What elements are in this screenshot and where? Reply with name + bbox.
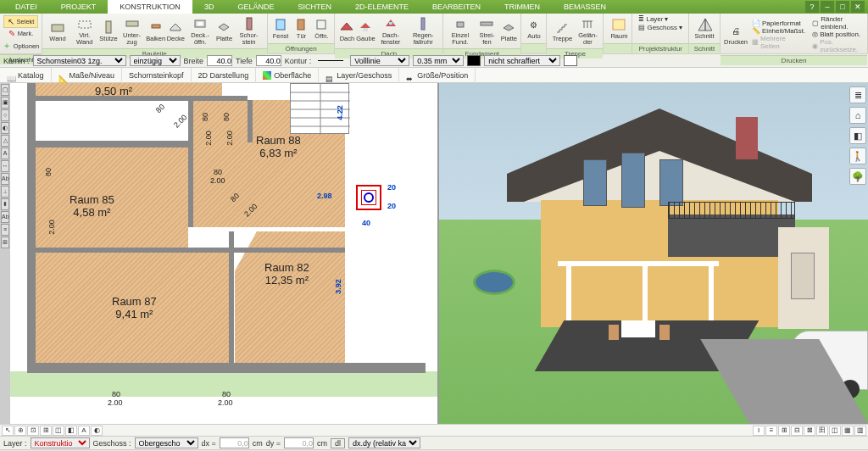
close-button[interactable]: ✕ — [851, 1, 865, 13]
mehrere-button[interactable]: ▦Mehrere Seiten — [749, 35, 808, 50]
mini-btn-2[interactable]: ⊕ — [14, 426, 26, 436]
maximize-button[interactable]: □ — [836, 1, 849, 13]
streifen-button[interactable]: Strei-fen — [475, 15, 498, 47]
geschoss-dropdown[interactable]: ▤Geschoss ▾ — [636, 24, 685, 31]
menu-bearbeiten[interactable]: BEARBEITEN — [420, 0, 492, 14]
strip-btn-1[interactable]: ▢ — [1, 84, 9, 96]
strip-btn-9[interactable]: ⟂ — [1, 186, 9, 198]
mini-btn-r7[interactable]: ◫ — [829, 426, 841, 436]
dl-button[interactable]: dl — [331, 438, 345, 448]
tuer-button[interactable]: Tür — [292, 16, 310, 41]
dx-input[interactable] — [220, 437, 249, 448]
katalog-button[interactable]: 📖Katalog — [0, 68, 52, 83]
plan-view[interactable]: 9,50 m² Raum 886,83 m² Raum 854,58 m² Ra… — [10, 83, 437, 424]
strip-btn-3[interactable]: ○ — [1, 109, 9, 121]
strip-btn-13[interactable]: ⊞ — [1, 237, 9, 248]
dy-input[interactable] — [284, 437, 314, 448]
decke-button[interactable]: Decke — [167, 19, 185, 43]
mini-btn-3[interactable]: ⊡ — [27, 426, 39, 436]
raender-button[interactable]: ▢Ränder einblend. — [810, 15, 864, 31]
dxdy-select[interactable]: dx.dy (relativ ka — [348, 437, 420, 448]
hatch-select[interactable]: nicht schraffiert — [484, 55, 560, 66]
mini-btn-r9[interactable]: ▥ — [854, 426, 866, 436]
wand-button[interactable]: Wand — [46, 19, 70, 43]
unterzug-button[interactable]: Unter-zug — [119, 15, 144, 47]
mini-btn-5[interactable]: ◫ — [53, 426, 64, 436]
regenrohr-button[interactable]: Regen-fallrohr — [407, 15, 439, 47]
select-button[interactable]: ↖Selekt — [3, 15, 38, 28]
strip-btn-11[interactable]: Ab — [1, 211, 9, 223]
strip-btn-12[interactable]: ≡ — [1, 224, 9, 236]
hatch-swatch[interactable] — [564, 55, 577, 66]
strip-btn-8[interactable]: Ab — [1, 173, 9, 185]
strip-btn-4[interactable]: ◐ — [1, 122, 9, 134]
menu-konstruktion[interactable]: KONSTRUKTION — [108, 0, 192, 14]
mark-button[interactable]: ✎Mark. — [3, 28, 38, 39]
mini-btn-7[interactable]: A — [78, 426, 90, 436]
raum-button[interactable]: Raum — [607, 16, 631, 41]
kamin-select[interactable]: Schornstein03 1zg. — [33, 55, 126, 66]
mini-btn-r5[interactable]: ⊠ — [804, 426, 815, 436]
breite-input[interactable] — [207, 55, 232, 66]
virtwand-button[interactable]: Virt. Wand — [71, 15, 98, 47]
deckoeffn-button[interactable]: Deck.-öffn. — [186, 15, 214, 47]
view-tree-button[interactable]: 🌳 — [849, 168, 866, 185]
mini-btn-r8[interactable]: ▦ — [842, 426, 854, 436]
layergeschoss-button[interactable]: ▤Layer/Geschoss — [319, 68, 399, 83]
mini-btn-r6[interactable]: 田 — [816, 426, 828, 436]
oeffnung-button[interactable]: Öffn. — [312, 16, 331, 41]
einheit-button[interactable]: 📏Einheit/Maßst. — [749, 27, 808, 35]
tiefe-input[interactable] — [256, 55, 281, 66]
dachfenster-button[interactable]: Dach-fenster — [376, 15, 406, 47]
mini-btn-r3[interactable]: ⊞ — [778, 426, 790, 436]
mini-btn-r4[interactable]: ⊟ — [791, 426, 803, 436]
geschoss-select[interactable]: Obergescho — [135, 437, 198, 448]
menu-sichten[interactable]: SICHTEN — [286, 0, 343, 14]
minimize-button[interactable]: – — [821, 1, 834, 13]
mini-btn-8[interactable]: ◐ — [91, 426, 103, 436]
3d-view[interactable]: ≣ ⌂ ◧ 🚶 🌳 — [437, 83, 868, 424]
oberflaeche-button[interactable]: Oberfläche — [256, 68, 319, 83]
view-cube-button[interactable]: ◧ — [849, 127, 866, 144]
gaube-button[interactable]: Gaube — [357, 19, 374, 43]
view-home-button[interactable]: ⌂ — [849, 107, 866, 124]
mini-btn-r2[interactable]: ≡ — [765, 426, 777, 436]
stuetze-button[interactable]: Stütze — [100, 19, 118, 43]
masse-button[interactable]: 📐Maße/Niveau — [52, 68, 123, 83]
menu-bemassen[interactable]: BEMASSEN — [552, 0, 618, 14]
balken-button[interactable]: Balken — [147, 19, 165, 43]
schornsteinkopf-button[interactable]: Schornsteinkopf — [122, 68, 192, 83]
linestyle-select[interactable]: Volllinie — [350, 55, 409, 66]
auto-button[interactable]: ⚙Auto — [525, 16, 542, 41]
gelaender-button[interactable]: Gelän-der — [576, 15, 599, 47]
view-layers-button[interactable]: ≣ — [849, 86, 866, 103]
fenster-button[interactable]: Fenst — [271, 16, 291, 41]
mini-btn-4[interactable]: ⊞ — [40, 426, 52, 436]
view-walk-button[interactable]: 🚶 — [849, 148, 866, 164]
color-swatch[interactable] — [467, 55, 481, 66]
einzuegig-select[interactable]: einzügig — [130, 55, 181, 66]
layer-select[interactable]: Konstruktio — [31, 437, 90, 448]
layer-dropdown[interactable]: ≣Layer ▾ — [636, 15, 670, 23]
platte-button[interactable]: Platte — [215, 19, 232, 43]
mini-btn-r1[interactable]: I — [753, 426, 765, 436]
strip-btn-6[interactable]: A — [1, 148, 9, 159]
menu-datei[interactable]: DATEI — [3, 0, 49, 14]
dach-button[interactable]: Dach — [338, 19, 355, 43]
strip-btn-5[interactable]: △ — [1, 135, 9, 147]
treppe-button[interactable]: Treppe — [550, 19, 574, 43]
menu-projekt[interactable]: PROJEKT — [49, 0, 108, 14]
schornstein-button[interactable]: Schor-stein — [234, 15, 263, 47]
blatt-button[interactable]: ◎Blatt position. — [810, 31, 864, 38]
mini-btn-6[interactable]: ◧ — [65, 426, 77, 436]
menu-2d[interactable]: 2D-ELEMENTE — [343, 0, 420, 14]
pos-reset-button[interactable]: ◉Pos. zurücksetze. — [810, 38, 864, 53]
options-button[interactable]: ＋Optionen — [3, 39, 38, 53]
strip-btn-2[interactable]: ▣ — [1, 97, 9, 109]
papierformat-button[interactable]: 📄Papierformat — [749, 19, 808, 27]
strip-btn-10[interactable]: ⬍ — [1, 198, 9, 210]
help-button[interactable]: ? — [805, 1, 819, 13]
fundplatte-button[interactable]: Platte — [500, 19, 517, 43]
strip-btn-7[interactable]: ↔ — [1, 160, 9, 172]
einzelfund-button[interactable]: Einzel Fund. — [447, 15, 473, 47]
